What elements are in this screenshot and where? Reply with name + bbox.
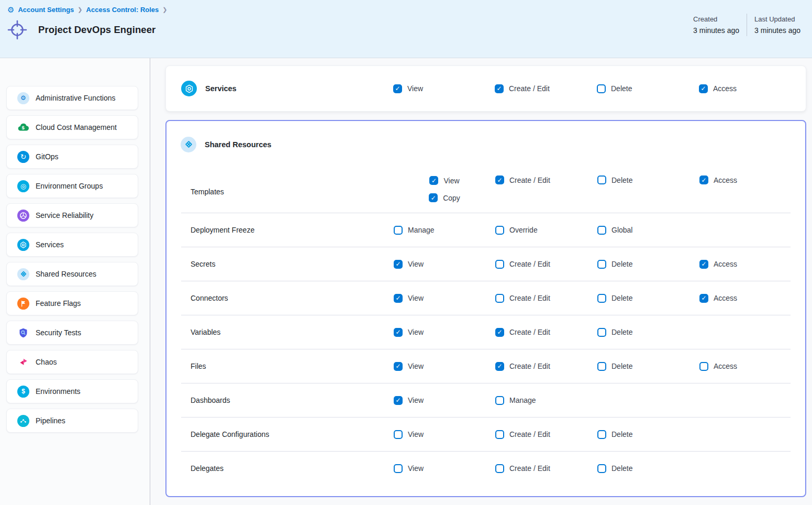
permission-cell: ✓ View	[394, 362, 495, 371]
permission-cell: ✓ Create / Edit	[495, 84, 597, 93]
environments-dollar-icon: $	[17, 386, 29, 398]
pipeline-nodes-icon	[17, 415, 29, 427]
delete-checkbox[interactable]: ✓	[597, 464, 606, 473]
checkbox-label: View	[443, 177, 459, 185]
services-hexagon-icon	[181, 81, 197, 96]
sidebar-item-label: Shared Resources	[36, 270, 96, 278]
permission-cell: ✓ Create / Edit	[495, 362, 597, 371]
checkbox-label: Delete	[611, 430, 632, 438]
access-checkbox[interactable]: ✓	[699, 175, 708, 184]
checkbox-label: Create / Edit	[509, 84, 550, 93]
create-edit-checkbox[interactable]: ✓	[495, 464, 504, 473]
access-checkbox[interactable]: ✓	[699, 84, 708, 93]
delete-checkbox[interactable]: ✓	[597, 175, 606, 184]
create-edit-checkbox[interactable]: ✓	[495, 362, 504, 371]
view-checkbox[interactable]: ✓	[394, 430, 403, 439]
services-permissions-card: Services ✓ View ✓ Create / Edit ✓ Delete…	[165, 65, 806, 112]
delete-checkbox[interactable]: ✓	[597, 294, 606, 303]
sidebar-item-label: Security Tests	[36, 328, 81, 337]
create-edit-checkbox[interactable]: ✓	[495, 294, 504, 303]
create-edit-checkbox[interactable]: ✓	[495, 430, 504, 439]
view-checkbox[interactable]: ✓	[394, 396, 403, 405]
check-icon: ✓	[701, 261, 706, 267]
sidebar-item-environments[interactable]: $ Environments	[6, 379, 138, 403]
delete-checkbox[interactable]: ✓	[597, 84, 606, 93]
sidebar-item-label: Pipelines	[36, 416, 65, 425]
checkbox-label: Access	[713, 84, 737, 93]
check-icon: ✓	[395, 85, 400, 92]
breadcrumb: ⚙ Account Settings ❯ Access Control: Rol…	[7, 0, 812, 14]
manage-checkbox[interactable]: ✓	[394, 226, 403, 235]
global-checkbox[interactable]: ✓	[597, 226, 606, 235]
view-checkbox[interactable]: ✓	[394, 328, 403, 337]
checkbox-label: Delete	[611, 260, 632, 268]
checkbox-label: Create / Edit	[509, 260, 550, 268]
create-edit-checkbox[interactable]: ✓	[495, 328, 504, 337]
view-checkbox[interactable]: ✓	[394, 464, 403, 473]
override-checkbox[interactable]: ✓	[495, 226, 504, 235]
breadcrumb-account-settings[interactable]: Account Settings	[18, 6, 74, 14]
permission-cell: ✓ Create / Edit	[495, 294, 597, 303]
sidebar-item-service-reliability[interactable]: Service Reliability	[6, 203, 138, 227]
checkbox-label: Manage	[408, 226, 435, 234]
checkbox-label: View	[407, 84, 423, 93]
sidebar-item-environment-groups[interactable]: ◎ Environment Groups	[6, 174, 138, 198]
permission-row-deployment-freeze: Deployment Freeze ✓ Manage ✓ Override ✓ …	[166, 213, 805, 247]
chevron-right-icon: ❯	[77, 6, 82, 13]
permission-cell: ✓ Create / Edit	[495, 430, 597, 439]
create-edit-checkbox[interactable]: ✓	[495, 84, 504, 93]
sidebar-item-administrative-functions[interactable]: ⚙ Administrative Functions	[6, 86, 138, 110]
checkbox-label: Delete	[611, 362, 632, 370]
delete-checkbox[interactable]: ✓	[597, 362, 606, 371]
chevron-right-icon: ❯	[162, 6, 167, 13]
checkbox-label: Access	[714, 294, 737, 302]
checkbox-label: Delete	[611, 176, 632, 184]
sidebar-item-services[interactable]: Services	[6, 233, 138, 257]
access-checkbox[interactable]: ✓	[699, 294, 708, 303]
cloud-dollar-icon: $	[17, 122, 29, 134]
permission-row-dashboards: Dashboards ✓ View ✓ Manage	[166, 383, 805, 417]
checkbox-label: Create / Edit	[509, 430, 550, 438]
check-icon: ✓	[431, 177, 437, 183]
manage-checkbox[interactable]: ✓	[495, 396, 504, 405]
sidebar-item-label: Cloud Cost Management	[36, 123, 117, 131]
checkbox-label: Create / Edit	[509, 176, 550, 184]
resource-label: Deployment Freeze	[166, 226, 394, 234]
sidebar-item-pipelines[interactable]: Pipelines	[6, 409, 138, 433]
permission-row-files: Files ✓ View ✓ Create / Edit ✓ Delete ✓ …	[166, 349, 805, 383]
checkbox-label: View	[408, 362, 424, 370]
check-icon: ✓	[395, 261, 401, 267]
breadcrumb-access-control-roles[interactable]: Access Control: Roles	[86, 6, 159, 14]
resource-label: Files	[166, 362, 394, 370]
sidebar-item-chaos[interactable]: Chaos	[6, 350, 138, 374]
check-icon: ✓	[700, 85, 706, 92]
permission-cell: ✓ Access	[699, 294, 805, 303]
view-checkbox[interactable]: ✓	[393, 84, 402, 93]
permission-cell: ✓ Override	[495, 226, 597, 235]
sidebar-item-feature-flags[interactable]: Feature Flags	[6, 291, 138, 315]
checkbox-label: View	[408, 396, 424, 404]
sidebar-item-shared-resources[interactable]: Shared Resources	[6, 262, 138, 286]
checkbox-label: Access	[714, 176, 737, 184]
copy-checkbox[interactable]: ✓	[429, 193, 438, 202]
create-edit-checkbox[interactable]: ✓	[495, 260, 504, 269]
create-edit-checkbox[interactable]: ✓	[495, 175, 504, 184]
view-checkbox[interactable]: ✓	[394, 362, 403, 371]
permission-cell: ✓ View	[394, 396, 495, 405]
access-checkbox[interactable]: ✓	[699, 260, 708, 269]
view-checkbox[interactable]: ✓	[429, 176, 438, 185]
permission-row-variables: Variables ✓ View ✓ Create / Edit ✓ Delet…	[166, 315, 805, 349]
sidebar-item-cloud-cost-management[interactable]: $ Cloud Cost Management	[6, 115, 138, 139]
permission-row-connectors: Connectors ✓ View ✓ Create / Edit ✓ Dele…	[166, 281, 805, 315]
permission-cell: ✓ Manage	[394, 226, 495, 235]
delete-checkbox[interactable]: ✓	[597, 260, 606, 269]
delete-checkbox[interactable]: ✓	[597, 430, 606, 439]
service-reliability-icon	[17, 210, 29, 222]
delete-checkbox[interactable]: ✓	[597, 328, 606, 337]
view-checkbox[interactable]: ✓	[394, 260, 403, 269]
check-icon: ✓	[395, 363, 401, 369]
view-checkbox[interactable]: ✓	[394, 294, 403, 303]
access-checkbox[interactable]: ✓	[699, 362, 708, 371]
sidebar-item-gitops[interactable]: ↻ GitOps	[6, 145, 138, 169]
sidebar-item-security-tests[interactable]: Security Tests	[6, 321, 138, 345]
